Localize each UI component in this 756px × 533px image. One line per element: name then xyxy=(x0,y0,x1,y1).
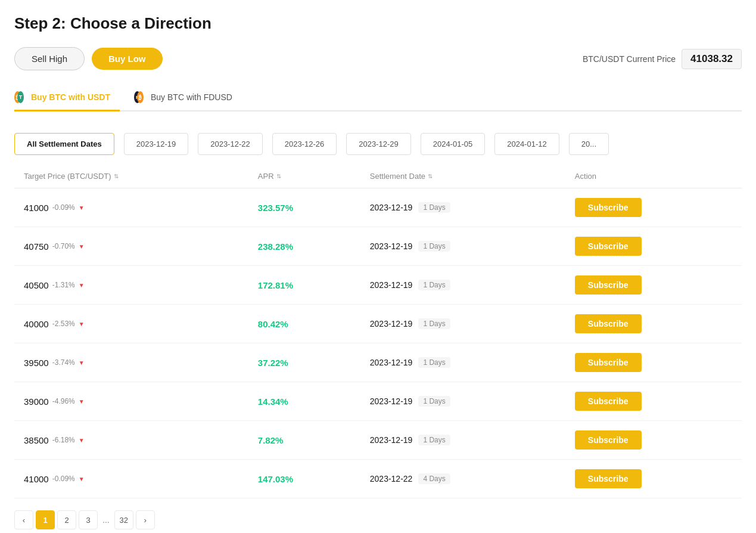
fdusd-tab-icon: F ₿ xyxy=(134,91,147,104)
subscribe-button-3[interactable]: Subscribe xyxy=(575,314,642,333)
price-cell-5: 39000 -4.96% ▼ xyxy=(14,382,248,421)
price-change-2: -1.31% xyxy=(52,281,75,289)
th-target-price[interactable]: Target Price (BTC/USDT) ⇅ xyxy=(14,165,248,188)
date-3[interactable]: 2023-12-26 xyxy=(272,133,337,155)
arrow-down-2: ▼ xyxy=(79,282,85,289)
th-action: Action xyxy=(565,165,742,188)
tab-usdt[interactable]: ₿ T Buy BTC with USDT xyxy=(14,85,120,111)
current-price-label: BTC/USDT Current Price xyxy=(583,54,676,64)
sell-high-button[interactable]: Sell High xyxy=(14,47,85,70)
settlement-date-4: 2023-12-19 xyxy=(370,358,413,367)
subscribe-button-2[interactable]: Subscribe xyxy=(575,275,642,295)
settlement-cell-7: 2023-12-22 4 Days xyxy=(360,460,565,498)
table-row: 40000 -2.53% ▼ 80.42% 2023-12-19 1 Days … xyxy=(14,305,742,343)
price-change-3: -2.53% xyxy=(52,320,75,328)
subscribe-button-4[interactable]: Subscribe xyxy=(575,353,642,372)
settlement-date-7: 2023-12-22 xyxy=(370,474,413,484)
apr-cell-4: 37.22% xyxy=(248,343,360,382)
table-row: 40500 -1.31% ▼ 172.81% 2023-12-19 1 Days… xyxy=(14,266,742,305)
action-cell-7: Subscribe xyxy=(565,460,742,498)
settlement-date-0: 2023-12-19 xyxy=(370,203,413,212)
price-cell-4: 39500 -3.74% ▼ xyxy=(14,343,248,382)
table-row: 41000 -0.09% ▼ 147.03% 2023-12-22 4 Days… xyxy=(14,460,742,498)
settlement-date-1: 2023-12-19 xyxy=(370,241,413,251)
arrow-down-0: ▼ xyxy=(79,204,85,211)
apr-cell-6: 7.82% xyxy=(248,421,360,460)
days-badge-6: 1 Days xyxy=(418,435,450,445)
apr-value-0: 323.57% xyxy=(258,203,293,213)
th-apr[interactable]: APR ⇅ xyxy=(248,165,360,188)
price-value-2: 40500 xyxy=(24,280,49,290)
subscribe-button-5[interactable]: Subscribe xyxy=(575,392,642,411)
action-cell-0: Subscribe xyxy=(565,188,742,227)
currency-tabs: ₿ T Buy BTC with USDT F ₿ Buy BTC with F… xyxy=(14,85,742,111)
tab-fdusd[interactable]: F ₿ Buy BTC with FDUSD xyxy=(134,85,242,111)
next-page-button[interactable]: › xyxy=(136,510,155,529)
settlement-date-2: 2023-12-19 xyxy=(370,280,413,290)
date-6[interactable]: 2024-01-12 xyxy=(494,133,559,155)
price-cell-6: 38500 -6.18% ▼ xyxy=(14,421,248,460)
subscribe-button-6[interactable]: Subscribe xyxy=(575,430,642,450)
price-value-6: 38500 xyxy=(24,435,49,445)
price-cell-2: 40500 -1.31% ▼ xyxy=(14,266,248,305)
apr-cell-0: 323.57% xyxy=(248,188,360,227)
price-change-0: -0.09% xyxy=(52,203,75,212)
apr-cell-3: 80.42% xyxy=(248,305,360,343)
days-badge-7: 4 Days xyxy=(418,473,450,484)
price-cell-0: 41000 -0.09% ▼ xyxy=(14,188,248,227)
page-2-button[interactable]: 2 xyxy=(57,510,76,529)
action-cell-6: Subscribe xyxy=(565,421,742,460)
apr-value-4: 37.22% xyxy=(258,358,288,368)
days-badge-5: 1 Days xyxy=(418,396,450,407)
days-badge-1: 1 Days xyxy=(418,241,450,252)
price-change-7: -0.09% xyxy=(52,475,75,483)
action-cell-2: Subscribe xyxy=(565,266,742,305)
sort-icon-apr: ⇅ xyxy=(276,173,281,179)
dates-scroll: All Settlement Dates 2023-12-19 2023-12-… xyxy=(14,123,742,165)
settlement-cell-6: 2023-12-19 1 Days xyxy=(360,421,565,460)
settlement-date-6: 2023-12-19 xyxy=(370,435,413,445)
price-value-0: 41000 xyxy=(24,203,49,213)
page-1-button[interactable]: 1 xyxy=(36,510,55,529)
date-5[interactable]: 2024-01-05 xyxy=(421,133,486,155)
action-cell-1: Subscribe xyxy=(565,227,742,266)
date-2[interactable]: 2023-12-22 xyxy=(198,133,263,155)
th-settlement-date[interactable]: Settlement Date ⇅ xyxy=(360,165,565,188)
date-4[interactable]: 2023-12-29 xyxy=(346,133,411,155)
direction-row: Sell High Buy Low BTC/USDT Current Price… xyxy=(14,47,742,70)
prev-page-button[interactable]: ‹ xyxy=(14,510,33,529)
date-1[interactable]: 2023-12-19 xyxy=(124,133,189,155)
price-value-5: 39000 xyxy=(24,396,49,407)
action-cell-5: Subscribe xyxy=(565,382,742,421)
buy-low-button[interactable]: Buy Low xyxy=(92,48,163,70)
tab-usdt-label: Buy BTC with USDT xyxy=(31,92,110,102)
arrow-down-3: ▼ xyxy=(79,321,85,327)
page-dots: ... xyxy=(100,515,112,525)
apr-value-7: 147.03% xyxy=(258,474,293,484)
subscribe-button-7[interactable]: Subscribe xyxy=(575,469,642,488)
apr-cell-5: 14.34% xyxy=(248,382,360,421)
action-cell-4: Subscribe xyxy=(565,343,742,382)
page-32-button[interactable]: 32 xyxy=(114,510,133,529)
price-change-4: -3.74% xyxy=(52,358,75,367)
page-3-button[interactable]: 3 xyxy=(79,510,98,529)
usdt-tab-icon: ₿ T xyxy=(14,91,27,104)
subscribe-button-1[interactable]: Subscribe xyxy=(575,237,642,256)
tab-fdusd-label: Buy BTC with FDUSD xyxy=(151,92,232,102)
current-price-value: 41038.32 xyxy=(682,49,742,69)
price-cell-3: 40000 -2.53% ▼ xyxy=(14,305,248,343)
settlement-cell-0: 2023-12-19 1 Days xyxy=(360,188,565,227)
price-change-5: -4.96% xyxy=(52,397,75,405)
date-all[interactable]: All Settlement Dates xyxy=(14,133,114,155)
apr-cell-2: 172.81% xyxy=(248,266,360,305)
settlement-cell-2: 2023-12-19 1 Days xyxy=(360,266,565,305)
price-change-6: -6.18% xyxy=(52,436,75,444)
apr-value-2: 172.81% xyxy=(258,280,293,290)
page-title: Step 2: Choose a Direction xyxy=(14,14,742,33)
price-value-1: 40750 xyxy=(24,241,49,252)
settlement-cell-5: 2023-12-19 1 Days xyxy=(360,382,565,421)
price-cell-7: 41000 -0.09% ▼ xyxy=(14,460,248,498)
date-7[interactable]: 20... xyxy=(569,133,609,155)
pagination: ‹ 1 2 3 ... 32 › xyxy=(14,498,742,532)
subscribe-button-0[interactable]: Subscribe xyxy=(575,198,642,217)
